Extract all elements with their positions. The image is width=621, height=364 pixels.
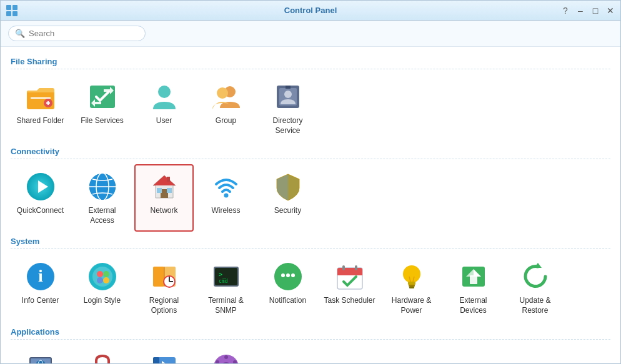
item-external-access[interactable]: External Access	[72, 164, 132, 232]
svg-rect-3	[12, 11, 17, 16]
item-terminal-snmp[interactable]: >_ cmd Terminal & SNMP	[196, 254, 256, 322]
terminal-snmp-label: Terminal & SNMP	[200, 296, 252, 315]
user-label: User	[156, 116, 172, 126]
item-task-scheduler[interactable]: Task Scheduler	[320, 254, 379, 322]
title-bar: Control Panel ? – □ ✕	[1, 1, 620, 21]
quickconnect-label: QuickConnect	[17, 206, 64, 216]
svg-point-14	[284, 91, 292, 98]
item-group[interactable]: Group	[196, 74, 256, 142]
regional-options-label: Regional Options	[138, 296, 190, 315]
terminal-snmp-icon: >_ cmd	[210, 260, 242, 293]
item-privileges[interactable]: Privileges	[72, 345, 132, 363]
svg-point-9	[158, 86, 171, 98]
task-scheduler-label: Task Scheduler	[324, 296, 375, 306]
item-hardware-power[interactable]: Hardware & Power	[382, 254, 441, 322]
svg-point-58	[403, 265, 420, 283]
section-header-connectivity: Connectivity	[11, 147, 610, 156]
network-icon	[148, 170, 181, 203]
svg-rect-1	[12, 5, 17, 10]
item-media-library[interactable]: Media Library	[196, 345, 256, 363]
item-wireless[interactable]: Wireless	[196, 164, 256, 232]
login-style-icon	[86, 260, 119, 293]
shared-folder-label: Shared Folder	[16, 116, 64, 126]
svg-text:>_: >_	[219, 271, 227, 278]
item-info-center[interactable]: i Info Center	[11, 254, 70, 322]
svg-point-35	[103, 271, 109, 277]
media-library-icon	[210, 351, 242, 363]
item-file-services[interactable]: File Services	[72, 74, 132, 142]
section-header-applications: Applications	[11, 327, 610, 337]
svg-rect-26	[157, 188, 162, 193]
notification-icon	[272, 260, 304, 293]
divider-applications	[11, 339, 610, 340]
minimize-button[interactable]: –	[575, 6, 585, 16]
user-icon	[148, 81, 181, 113]
web-services-icon	[24, 351, 57, 363]
wireless-icon	[210, 170, 242, 203]
task-scheduler-icon	[334, 260, 366, 293]
privileges-icon	[86, 351, 119, 363]
item-application-portal[interactable]: Application Portal	[134, 345, 194, 363]
svg-rect-55	[337, 273, 362, 275]
group-label: Group	[216, 116, 236, 126]
item-regional-options[interactable]: Regional Options	[134, 254, 194, 322]
section-header-system: System	[11, 237, 610, 246]
hardware-power-icon	[395, 260, 428, 293]
hardware-power-label: Hardware & Power	[385, 296, 437, 315]
item-web-services[interactable]: Web Services	[11, 345, 70, 363]
control-panel-window: Control Panel ? – □ ✕ 🔍 File Sharing	[0, 0, 621, 364]
network-label: Network	[150, 206, 177, 216]
divider-file-sharing	[11, 69, 610, 69]
item-update-restore[interactable]: Update & Restore	[505, 254, 565, 322]
search-box[interactable]: 🔍	[8, 26, 146, 41]
svg-marker-24	[153, 175, 176, 185]
item-quickconnect[interactable]: QuickConnect	[11, 164, 70, 232]
svg-point-87	[224, 355, 228, 359]
item-security[interactable]: Security	[258, 164, 317, 232]
shared-folder-icon	[24, 81, 57, 113]
svg-text:cmd: cmd	[219, 278, 228, 284]
svg-rect-59	[408, 282, 415, 285]
svg-rect-60	[409, 285, 415, 287]
svg-point-50	[281, 273, 285, 277]
content-area: File Sharing Shared Folder	[1, 47, 620, 363]
window-title: Control Panel	[284, 6, 337, 15]
regional-options-icon	[148, 260, 181, 293]
svg-rect-57	[355, 265, 357, 270]
item-notification[interactable]: Notification	[258, 254, 317, 322]
svg-rect-83	[153, 357, 159, 363]
file-services-icon	[86, 81, 119, 113]
section-header-file-sharing: File Sharing	[11, 57, 610, 66]
info-center-icon: i	[24, 260, 57, 293]
svg-rect-2	[6, 11, 11, 16]
toolbar: 🔍	[1, 21, 620, 47]
external-devices-icon	[457, 260, 490, 293]
external-access-label: External Access	[76, 206, 128, 225]
item-user[interactable]: User	[134, 74, 194, 142]
item-directory-service[interactable]: Directory Service	[258, 74, 317, 142]
svg-rect-28	[167, 177, 170, 182]
svg-rect-15	[286, 86, 291, 89]
svg-point-34	[97, 271, 103, 277]
applications-grid: Web Services Privileges	[11, 345, 610, 363]
search-input[interactable]	[29, 29, 129, 38]
security-icon	[272, 170, 304, 203]
title-bar-controls: ? – □ ✕	[560, 6, 615, 16]
help-button[interactable]: ?	[560, 6, 570, 16]
item-network[interactable]: Network	[134, 164, 194, 232]
search-icon: 🔍	[15, 29, 25, 38]
divider-connectivity	[11, 159, 610, 159]
application-portal-icon	[148, 351, 181, 363]
quickconnect-icon	[24, 170, 57, 203]
svg-rect-38	[153, 267, 164, 287]
close-button[interactable]: ✕	[605, 6, 615, 16]
item-shared-folder[interactable]: Shared Folder	[11, 74, 70, 142]
item-external-devices[interactable]: External Devices	[444, 254, 503, 322]
item-login-style[interactable]: Login Style	[72, 254, 132, 322]
maximize-button[interactable]: □	[590, 6, 600, 16]
title-bar-left	[6, 4, 18, 17]
file-sharing-grid: Shared Folder File Services	[11, 74, 610, 142]
file-services-label: File Services	[81, 116, 124, 126]
update-restore-label: Update & Restore	[509, 296, 561, 315]
svg-rect-56	[342, 265, 345, 270]
